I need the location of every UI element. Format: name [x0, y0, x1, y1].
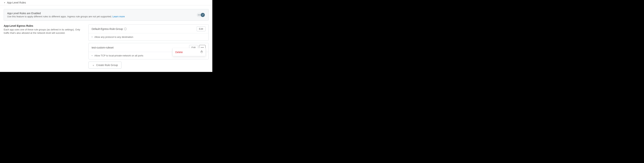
rule-group-name: Default-Egress-Rule-Group	[92, 28, 123, 30]
plus-icon: ＋	[92, 64, 95, 66]
create-rule-group-button[interactable]: ＋ Create Rule Group	[88, 62, 122, 68]
delete-label: Delete	[175, 51, 183, 54]
banner-description: Use this feature to apply different rule…	[7, 15, 197, 18]
rule-groups-col: Default-Egress-Rule-Group i Edit Allow a…	[88, 24, 209, 68]
rule-group-name-wrap: Default-Egress-Rule-Group i	[92, 28, 127, 30]
info-icon[interactable]: i	[124, 28, 127, 30]
create-label: Create Rule Group	[96, 64, 118, 66]
check-icon	[202, 14, 204, 16]
section-content: App-Level Rules are Enabled Use this fea…	[0, 5, 212, 72]
delete-option[interactable]: Delete	[173, 48, 206, 56]
bullet-icon	[92, 55, 92, 56]
section-header[interactable]: ▼ App-Level Rules	[0, 0, 212, 5]
enabled-banner: App-Level Rules are Enabled Use this fea…	[4, 9, 209, 21]
egress-desc: Each app uses one of these rule groups (…	[4, 28, 85, 35]
section-title: App-Level Rules	[7, 1, 26, 4]
rule-group-header: Default-Egress-Rule-Group i Edit	[89, 24, 208, 33]
rule-text: Allow TCP to local-private-network on al…	[94, 54, 143, 57]
bullet-icon	[92, 36, 92, 38]
chevron-down-icon: ▼	[4, 2, 6, 4]
enable-toggle[interactable]	[197, 13, 205, 17]
edit-button[interactable]: Edit	[197, 26, 206, 31]
egress-title: App-Level Egress Rules	[4, 24, 85, 27]
egress-layout: App-Level Egress Rules Each app uses one…	[4, 24, 209, 68]
egress-description-col: App-Level Egress Rules Each app uses one…	[4, 24, 85, 68]
banner-title: App-Level Rules are Enabled	[7, 12, 197, 15]
banner-desc-text: Use this feature to apply different rule…	[7, 15, 112, 18]
more-actions-dropdown: Delete	[172, 48, 206, 56]
pointer-cursor-icon	[200, 50, 203, 54]
toggle-knob	[201, 13, 205, 17]
learn-more-link[interactable]: Learn more	[112, 15, 124, 18]
toggle-track-line	[198, 15, 201, 15]
rule-group-name-wrap: test-custom-ruleset	[92, 46, 114, 49]
app-level-rules-panel: ▼ App-Level Rules App-Level Rules are En…	[0, 0, 212, 72]
rule-group-name: test-custom-ruleset	[92, 46, 114, 49]
banner-text: App-Level Rules are Enabled Use this fea…	[7, 12, 197, 18]
rule-item: Allow any protocol to any destination	[89, 33, 208, 40]
rule-group: Default-Egress-Rule-Group i Edit Allow a…	[88, 24, 209, 41]
rule-group-actions: Edit	[197, 26, 206, 31]
rule-text: Allow any protocol to any destination	[94, 36, 133, 38]
